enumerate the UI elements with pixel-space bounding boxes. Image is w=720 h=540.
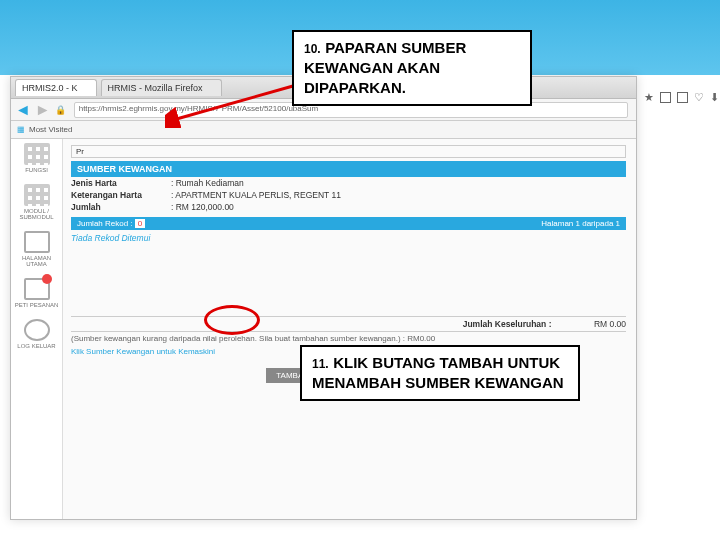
step-text: KLIK BUTANG TAMBAH UNTUK MENAMBAH SUMBER… <box>312 354 564 391</box>
info-row: Jumlah: RM 120,000.00 <box>71 201 626 213</box>
most-visited-label[interactable]: Most Visited <box>29 125 72 134</box>
bookmarks-bar: ▦ Most Visited <box>11 121 636 139</box>
most-visited-icon[interactable]: ▦ <box>17 125 25 134</box>
toolbar-icon[interactable] <box>677 92 688 103</box>
lock-icon: 🔒 <box>55 105 66 115</box>
sidebar-item-messages[interactable]: PETI PESANAN <box>13 278 61 309</box>
step-number: 11. <box>312 357 329 371</box>
browser-window: HRMIS2.0 - K HRMIS - Mozilla Firefox ◄ ►… <box>10 76 637 520</box>
step-text: PAPARAN SUMBER KEWANGAN AKAN DIPAPARKAN. <box>304 39 466 96</box>
browser-tab-1[interactable]: HRMIS2.0 - K <box>15 79 97 96</box>
svg-line-1 <box>173 86 293 120</box>
instruction-step-10: 10. PAPARAN SUMBER KEWANGAN AKAN DIPAPAR… <box>292 30 532 106</box>
section-header: SUMBER KEWANGAN <box>71 161 626 177</box>
page-indicator: Halaman 1 daripada 1 <box>541 219 620 228</box>
instruction-step-11: 11. KLIK BUTANG TAMBAH UNTUK MENAMBAH SU… <box>300 345 580 401</box>
forward-icon[interactable]: ► <box>35 101 51 119</box>
sidebar-item-logout[interactable]: LOG KELUAR <box>13 319 61 350</box>
warning-note: (Sumber kewangan kurang daripada nilai p… <box>71 331 626 345</box>
sidebar-item-home[interactable]: HALAMAN UTAMA <box>13 231 61 268</box>
main-content: Pr SUMBER KEWANGAN Jenis Harta: Rumah Ke… <box>63 139 636 519</box>
info-row: Keterangan Harta: APARTMENT KUALA PERLIS… <box>71 189 626 201</box>
red-arrow <box>165 84 297 128</box>
sidebar-item-fungsi[interactable]: FUNGSI <box>13 143 61 174</box>
info-row: Jenis Harta: Rumah Kediaman <box>71 177 626 189</box>
record-count: 0 <box>135 219 145 228</box>
step-number: 10. <box>304 42 321 56</box>
home-icon <box>24 231 50 253</box>
logout-icon <box>24 319 50 341</box>
grid-icon <box>24 143 50 165</box>
empty-message: Tiada Rekod Ditemui <box>71 230 626 246</box>
shield-icon[interactable]: ♡ <box>694 91 704 104</box>
record-bar: Jumlah Rekod : 0 Halaman 1 daripada 1 <box>71 217 626 230</box>
sidebar-item-modul[interactable]: MODUL / SUBMODUL <box>13 184 61 221</box>
grid-icon <box>24 184 50 206</box>
right-toolbar: ★ ♡ ⬇ ⌂ ≡ <box>644 91 720 104</box>
app-sidebar: FUNGSI MODUL / SUBMODUL HALAMAN UTAMA PE… <box>11 139 63 519</box>
total-row: Jumlah Keseluruhan : RM 0.00 <box>71 316 626 331</box>
mail-icon <box>24 278 50 300</box>
download-icon[interactable]: ⬇ <box>710 91 719 104</box>
back-icon[interactable]: ◄ <box>15 101 31 119</box>
star-icon[interactable]: ★ <box>644 91 654 104</box>
highlight-circle <box>204 305 260 335</box>
prompt-field[interactable]: Pr <box>71 145 626 158</box>
toolbar-icon[interactable] <box>660 92 671 103</box>
